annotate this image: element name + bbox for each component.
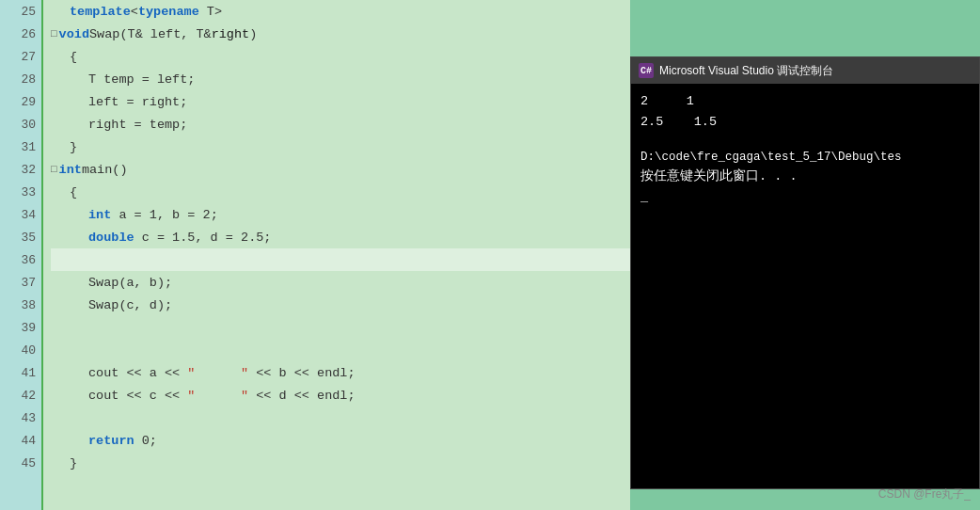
code-line-26: □ void Swap(T& left, T& right) — [51, 23, 630, 45]
code-line-30: right = temp; — [51, 113, 630, 135]
code-line-42: cout << c << " " << d << endl; — [51, 384, 630, 406]
line-num-39: 39 — [0, 316, 41, 339]
console-panel: C# Microsoft Visual Studio 调试控制台 2 1 2.5… — [630, 56, 980, 489]
line-num-35: 35 — [0, 226, 41, 248]
code-line-35: double c = 1.5, d = 2.5; — [51, 226, 630, 248]
code-line-33: { — [51, 181, 630, 203]
line-num-36: 36 — [0, 248, 41, 271]
code-line-43 — [51, 406, 630, 429]
code-line-27: { — [51, 45, 630, 68]
code-line-34: int a = 1, b = 2; — [51, 203, 630, 226]
line-num-30: 30 — [0, 113, 41, 135]
console-output-line1: 2 1 — [640, 91, 970, 112]
line-num-25: 25 — [0, 0, 41, 23]
line-num-37: 37 — [0, 271, 41, 294]
code-line-29: left = right; — [51, 90, 630, 113]
line-num-34: 34 — [0, 203, 41, 226]
line-num-26: 26 — [0, 23, 41, 45]
code-line-40 — [51, 339, 630, 361]
code-line-28: T temp = left; — [51, 68, 630, 90]
line-numbers: 25 26 27 28 29 30 31 32 33 34 35 36 37 3… — [0, 0, 43, 510]
line-num-33: 33 — [0, 181, 41, 203]
console-path: D:\code\fre_cgaga\test_5_17\Debug\tes — [640, 148, 970, 167]
code-content-area: template<typename T> □ void Swap(T& left… — [43, 0, 630, 510]
code-line-32: □ int main() — [51, 158, 630, 181]
code-line-25: template<typename T> — [51, 0, 630, 23]
code-panel: 25 26 27 28 29 30 31 32 33 34 35 36 37 3… — [0, 0, 630, 510]
code-line-38: Swap(c, d); — [51, 294, 630, 316]
code-line-36 — [51, 248, 630, 271]
line-num-45: 45 — [0, 452, 41, 474]
console-titlebar: C# Microsoft Visual Studio 调试控制台 — [631, 57, 979, 84]
line-num-40: 40 — [0, 339, 41, 361]
console-body: 2 1 2.5 1.5 D:\code\fre_cgaga\test_5_17\… — [631, 84, 979, 488]
console-title: Microsoft Visual Studio 调试控制台 — [659, 63, 833, 79]
line-num-27: 27 — [0, 45, 41, 68]
console-close-msg: 按任意键关闭此窗口. . . — [640, 167, 970, 187]
code-line-37: Swap(a, b); — [51, 271, 630, 294]
code-line-44: return 0; — [51, 429, 630, 452]
main-container: 25 26 27 28 29 30 31 32 33 34 35 36 37 3… — [0, 0, 980, 510]
console-app-icon: C# — [639, 63, 654, 78]
console-output-line2: 2.5 1.5 — [640, 112, 970, 133]
code-line-41: cout << a << " " << b << endl; — [51, 361, 630, 384]
console-cursor: _ — [640, 187, 970, 208]
code-line-45: } — [51, 452, 630, 474]
line-num-43: 43 — [0, 406, 41, 429]
code-line-39 — [51, 316, 630, 339]
line-num-41: 41 — [0, 361, 41, 384]
line-num-28: 28 — [0, 68, 41, 90]
watermark: CSDN @Fre丸子_ — [878, 486, 971, 502]
line-num-29: 29 — [0, 90, 41, 113]
line-num-38: 38 — [0, 294, 41, 316]
line-num-32: 32 — [0, 158, 41, 181]
line-num-42: 42 — [0, 384, 41, 406]
line-num-31: 31 — [0, 135, 41, 158]
code-line-31: } — [51, 135, 630, 158]
line-num-44: 44 — [0, 429, 41, 452]
